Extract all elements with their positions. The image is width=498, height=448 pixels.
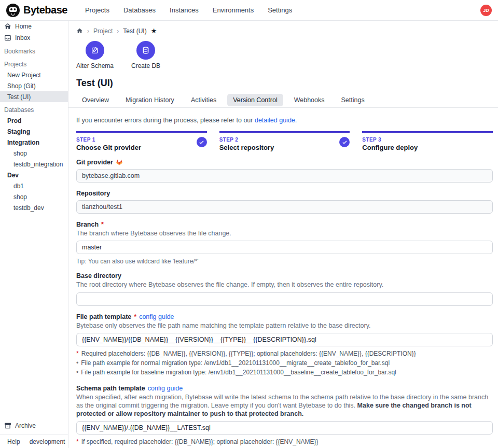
nav-projects[interactable]: Projects: [85, 6, 109, 14]
app-window: Bytebase Projects Databases Instances En…: [0, 0, 498, 448]
note-marker: •: [76, 359, 78, 367]
sidebar-db-db1[interactable]: db1: [0, 180, 68, 191]
repository-group: Repository: [76, 190, 493, 214]
top-navbar: Bytebase Projects Databases Instances En…: [0, 0, 498, 21]
sidebar-item-shop-git[interactable]: Shop (Git): [0, 80, 68, 91]
step-2: STEP 2 Select repository: [219, 131, 350, 151]
schema-path-notes: *If specified, required placeholder: {{D…: [76, 438, 493, 448]
base-directory-desc: The root directory where Bytebase observ…: [76, 281, 493, 289]
avatar[interactable]: JD: [480, 5, 492, 16]
help-link[interactable]: Help: [7, 438, 20, 445]
gitlab-icon: [116, 159, 123, 166]
file-path-template-group: File path template * config guide Byteba…: [76, 313, 493, 377]
create-db-button[interactable]: Create DB: [131, 41, 160, 69]
tab-activities[interactable]: Activities: [185, 94, 222, 106]
breadcrumb: › Project › Test (UI) ★: [76, 27, 493, 35]
note-normal-example: •File path example for normal migration …: [76, 359, 493, 367]
note-marker: •: [76, 369, 78, 376]
branch-label: Branch: [76, 221, 99, 228]
branch-desc: The branch where Bytebase observes the f…: [76, 230, 493, 238]
home-icon: [4, 23, 11, 30]
bytebase-logo[interactable]: Bytebase: [6, 4, 67, 17]
repository-input[interactable]: [76, 200, 493, 214]
sidebar-env-integration[interactable]: Integration: [0, 137, 68, 148]
tab-bar: Overview Migration History Activities Ve…: [76, 94, 493, 106]
sidebar-section-bookmarks: Bookmarks: [0, 45, 68, 57]
sidebar-item-archive[interactable]: Archive: [0, 420, 68, 431]
schema-path-template-label-row: Schema path template config guide: [76, 385, 493, 392]
step-3: STEP 3 Configure deploy: [362, 131, 493, 151]
breadcrumb-home-icon[interactable]: [76, 27, 83, 34]
note-required-placeholders: *Required placeholders: {{DB_NAME}}, {{V…: [76, 350, 493, 358]
branch-input[interactable]: [76, 241, 493, 254]
page-title: Test (UI): [76, 78, 493, 89]
note-schema-required: *If specified, required placeholder: {{D…: [76, 438, 493, 446]
main-content: › Project › Test (UI) ★ Alter Schema: [68, 21, 498, 448]
step-title: Configure deploy: [362, 144, 493, 151]
sidebar-db-testdb-integration[interactable]: testdb_integration: [0, 159, 68, 170]
favorite-star-icon[interactable]: ★: [151, 27, 157, 35]
base-directory-input[interactable]: [76, 292, 493, 306]
alter-schema-button[interactable]: Alter Schema: [76, 41, 114, 69]
note-text: Required placeholders: {{DB_NAME}}, {{VE…: [81, 350, 416, 358]
note-text: File path example for baseline migration…: [81, 369, 396, 376]
tab-webhooks[interactable]: Webhooks: [288, 94, 330, 106]
release-channel-label: development: [30, 438, 65, 445]
file-path-notes: *Required placeholders: {{DB_NAME}}, {{V…: [76, 350, 493, 376]
git-provider-input[interactable]: [76, 169, 493, 183]
tab-overview[interactable]: Overview: [76, 94, 115, 106]
sidebar-section-projects: Projects: [0, 58, 68, 69]
file-path-template-label-row: File path template * config guide: [76, 313, 493, 320]
sidebar-db-shop-dev[interactable]: shop: [0, 191, 68, 202]
sidebar-item-test-ui[interactable]: Test (UI): [0, 91, 68, 102]
file-path-config-guide-link[interactable]: config guide: [139, 313, 174, 320]
sidebar-item-new-project[interactable]: New Project: [0, 69, 68, 80]
inbox-icon: [4, 34, 11, 41]
sidebar-item-inbox[interactable]: Inbox: [0, 32, 68, 44]
schema-path-config-guide-link[interactable]: config guide: [148, 385, 183, 392]
base-directory-group: Base directory The root directory where …: [76, 272, 493, 306]
quick-actions: Alter Schema Create DB: [76, 41, 493, 69]
step-label: STEP 1: [76, 137, 207, 143]
schema-path-template-group: Schema path template config guide When s…: [76, 385, 493, 448]
note-text: File path example for normal migration t…: [81, 359, 390, 367]
note-baseline-example: •File path example for baseline migratio…: [76, 369, 493, 376]
sidebar-item-label: Inbox: [15, 34, 30, 41]
file-path-template-desc: Bytebase only observes the file path nam…: [76, 322, 493, 330]
sidebar: Home Inbox Bookmarks Projects New Projec…: [0, 21, 68, 448]
git-provider-label: Git provider: [76, 159, 113, 166]
sidebar-env-staging[interactable]: Staging: [0, 126, 68, 137]
brand-name: Bytebase: [23, 4, 67, 16]
nav-databases[interactable]: Databases: [123, 6, 156, 14]
edit-icon: [86, 41, 104, 60]
step-1: STEP 1 Choose Git provider: [76, 131, 207, 151]
required-mark: *: [134, 313, 136, 320]
base-directory-label: Base directory: [76, 272, 493, 279]
tab-migration-history[interactable]: Migration History: [120, 94, 180, 106]
note-text: If specified, required placeholder: {{DB…: [81, 438, 319, 446]
note-marker: *: [76, 350, 79, 358]
tab-version-control[interactable]: Version Control: [227, 94, 283, 106]
tab-divider: [68, 107, 498, 108]
archive-icon: [4, 422, 11, 429]
nav-settings[interactable]: Settings: [268, 6, 292, 14]
breadcrumb-project[interactable]: Project: [93, 27, 113, 35]
tab-settings[interactable]: Settings: [336, 94, 370, 106]
sidebar-db-testdb-dev[interactable]: testdb_dev: [0, 202, 68, 213]
detailed-guide-link[interactable]: detailed guide.: [255, 117, 297, 124]
nav-environments[interactable]: Environments: [213, 6, 254, 14]
notice-text: If you encounter errors during the proce…: [76, 117, 255, 124]
sidebar-item-label: Home: [15, 23, 32, 30]
sidebar-item-home[interactable]: Home: [0, 21, 68, 32]
sidebar-footer: Help development: [0, 435, 68, 448]
sidebar-db-shop-integration[interactable]: shop: [0, 148, 68, 159]
breadcrumb-separator: ›: [87, 27, 89, 35]
sidebar-env-prod[interactable]: Prod: [0, 115, 68, 126]
step-label: STEP 2: [219, 137, 350, 143]
quick-action-label: Alter Schema: [76, 62, 114, 69]
sidebar-env-dev[interactable]: Dev: [0, 170, 68, 180]
quick-action-label: Create DB: [131, 62, 160, 69]
file-path-template-input[interactable]: [76, 333, 493, 346]
nav-instances[interactable]: Instances: [170, 6, 199, 14]
schema-path-template-input[interactable]: [76, 421, 493, 435]
